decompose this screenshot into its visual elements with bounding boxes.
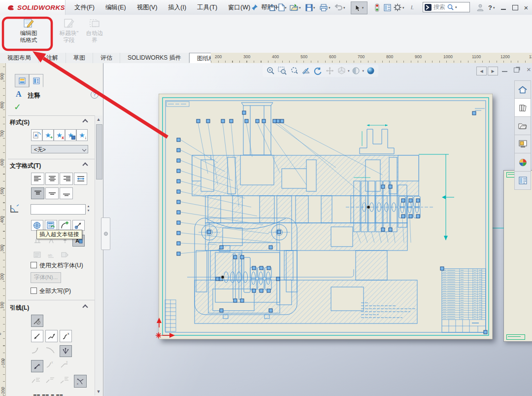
undo-dropdown-caret[interactable]: ▾	[343, 6, 345, 10]
angle-input[interactable]	[31, 204, 86, 215]
balloon-marker[interactable]	[381, 228, 385, 231]
print-icon[interactable]	[319, 2, 328, 12]
link-to-property-button[interactable]	[45, 220, 57, 231]
balloon-marker[interactable]	[177, 159, 180, 162]
style-dropdown[interactable]: <无>	[31, 145, 88, 153]
balloon-marker[interactable]	[207, 230, 211, 234]
balloon-marker[interactable]	[245, 119, 248, 123]
balloon-marker[interactable]	[220, 309, 223, 312]
options-dropdown-caret[interactable]: ▾	[402, 6, 404, 10]
balloon-marker[interactable]	[389, 228, 392, 231]
balloon-marker[interactable]	[409, 215, 412, 218]
use-document-font-checkbox[interactable]: 使用文档字体(U)	[31, 261, 83, 270]
tab-评估[interactable]: 评估	[93, 53, 120, 63]
align-bottom-button[interactable]	[60, 187, 73, 199]
align-top-button[interactable]	[31, 187, 44, 199]
font-button[interactable]: 字体(N)...	[31, 272, 61, 283]
file-explorer-button[interactable]	[514, 117, 531, 135]
collapse-icon[interactable]	[82, 162, 88, 168]
instant2d-icon[interactable]: I.	[408, 2, 417, 12]
balloon-marker[interactable]	[416, 199, 420, 202]
open-dropdown-caret[interactable]: ▾	[299, 6, 301, 10]
drawing-sheet[interactable]	[159, 94, 493, 339]
balloon-marker[interactable]	[484, 330, 487, 334]
balloon-marker[interactable]	[276, 119, 280, 123]
scroll-down-icon[interactable]: ▼	[96, 389, 101, 394]
edit-sheet-format-button[interactable]: 编辑图 纸格式	[16, 18, 41, 43]
title-block-fields-button[interactable]: 标题块" 字段	[57, 18, 81, 43]
panel-help-icon[interactable]: ?	[91, 91, 99, 99]
display-style-icon[interactable]	[350, 66, 362, 76]
section-text-format[interactable]: 文字格式(T)	[10, 162, 96, 170]
section-style[interactable]: 样式(S)	[10, 118, 96, 127]
balloon-marker[interactable]	[240, 299, 244, 302]
disabled-format-button[interactable]	[59, 250, 71, 259]
menu-item[interactable]: 插入(I)	[163, 0, 192, 15]
zoom-to-fit-icon[interactable]	[265, 66, 276, 76]
search-input[interactable]: 搜索	[433, 3, 445, 11]
balloon-marker[interactable]	[233, 299, 237, 302]
align-justify-button[interactable]	[74, 173, 87, 185]
view-palette-button[interactable]	[514, 135, 531, 153]
view-orientation-icon[interactable]	[335, 66, 347, 76]
help-dropdown-caret[interactable]: ▾	[493, 6, 495, 10]
save-icon[interactable]	[304, 2, 313, 12]
tab-SOLIDWORKS 插件[interactable]: SOLIDWORKS 插件	[120, 53, 189, 63]
balloon-marker[interactable]	[177, 242, 180, 245]
balloon-marker[interactable]	[472, 111, 476, 115]
ok-check-icon[interactable]: ✓	[14, 102, 21, 112]
save-dropdown-caret[interactable]: ▾	[313, 6, 315, 10]
curved-leader-icon-disabled[interactable]	[31, 345, 42, 355]
balloon-marker[interactable]	[233, 255, 237, 259]
graphics-area[interactable]: ▾ ▾ ◀ ▶ ×	[104, 63, 532, 396]
balloon-marker[interactable]	[242, 111, 246, 114]
doc-minimize-icon[interactable]	[502, 71, 507, 72]
balloon-marker[interactable]	[197, 119, 200, 123]
leader-left-button[interactable]: x	[31, 360, 43, 372]
scrollbar-thumb[interactable]	[96, 124, 102, 180]
print-dropdown-caret[interactable]: ▾	[329, 6, 331, 10]
disabled-format-button[interactable]	[31, 250, 43, 259]
view-orientation-caret[interactable]: ▾	[348, 69, 350, 73]
close-icon[interactable]: ×	[522, 3, 530, 12]
display-style-caret[interactable]: ▾	[363, 69, 365, 73]
doc-restore-icon[interactable]	[514, 68, 519, 72]
tab-注解[interactable]: 注解	[39, 53, 66, 63]
balloon-marker[interactable]	[177, 190, 180, 193]
straight-leader-button[interactable]	[31, 330, 43, 342]
bent-leader-button[interactable]	[45, 330, 58, 342]
balloon-marker[interactable]	[177, 231, 180, 235]
appearances-scenes-button[interactable]	[514, 153, 531, 172]
spline-leader-button[interactable]: x	[60, 330, 72, 342]
panel-scrollbar[interactable]: ▲ ▼	[95, 115, 102, 396]
apply-default-style-button[interactable]: A	[31, 129, 42, 141]
align-right-button[interactable]	[60, 173, 73, 185]
pin-icon[interactable]	[250, 2, 259, 12]
balloon-marker[interactable]	[221, 119, 225, 123]
select-pointer-button[interactable]: ▾	[351, 1, 367, 14]
menu-item[interactable]: 文件(F)	[69, 0, 100, 15]
balloon-marker[interactable]	[401, 199, 405, 202]
file-properties-icon[interactable]	[383, 2, 392, 12]
lock-anchor-button[interactable]	[72, 220, 85, 231]
balloon-marker[interactable]	[280, 119, 284, 123]
balloon-marker[interactable]	[177, 138, 180, 142]
search-box[interactable]: 搜索 ▾	[423, 2, 470, 12]
balloon-marker[interactable]	[401, 215, 405, 218]
balloon-marker[interactable]	[206, 119, 210, 123]
menu-item[interactable]: 视图(V)	[132, 0, 163, 15]
balloon-marker[interactable]	[252, 289, 256, 292]
leader-text-icon-disabled[interactable]	[31, 376, 42, 386]
pointer-dropdown-caret[interactable]: ▾	[362, 6, 364, 10]
options-gear-icon[interactable]	[393, 2, 402, 12]
taskpane-home-button[interactable]	[514, 80, 531, 99]
curved-leader-icon-disabled[interactable]	[45, 345, 56, 355]
delete-style-button[interactable]: ★x	[54, 129, 65, 141]
section-view-icon[interactable]	[300, 66, 312, 76]
maximize-icon[interactable]	[511, 3, 519, 12]
load-style-button[interactable]: ★↓	[76, 129, 88, 141]
auto-border-button[interactable]: 自动边 界	[82, 18, 107, 43]
drawing-sheet-2-partial[interactable]	[503, 170, 532, 342]
add-style-button[interactable]: ★+	[42, 129, 54, 141]
zoom-in-out-icon[interactable]	[288, 66, 300, 76]
